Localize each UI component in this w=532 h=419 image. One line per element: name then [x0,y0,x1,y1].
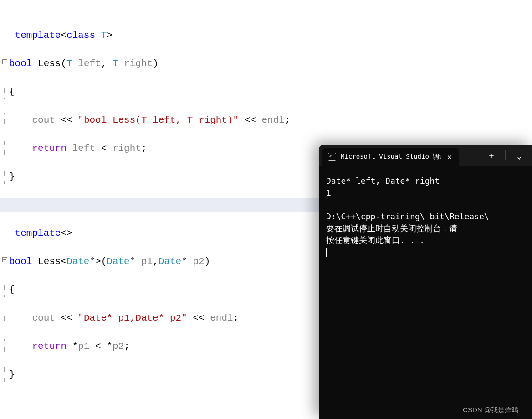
watermark: CSDN @我是炸鸡 [463,406,518,414]
debug-console-window[interactable]: Microsoft Visual Studio 调试 × ＋ ⌄ Date* l… [319,145,532,419]
new-tab-button[interactable]: ＋ [481,145,501,166]
close-icon[interactable]: × [445,151,454,163]
console-tab-bar: Microsoft Visual Studio 调试 × ＋ ⌄ [319,145,532,166]
cursor [326,248,327,257]
fold-toggle[interactable] [0,57,9,71]
keyword-template: template [15,30,61,41]
console-output[interactable]: Date* left, Date* right 1 D:\C++\cpp-tra… [319,166,532,267]
divider [505,150,506,160]
console-tab[interactable]: Microsoft Visual Studio 调试 × [322,148,459,166]
terminal-icon [328,153,336,161]
chevron-down-icon[interactable]: ⌄ [509,145,529,166]
fold-toggle[interactable] [0,254,9,269]
console-tab-title: Microsoft Visual Studio 调试 [341,153,441,161]
